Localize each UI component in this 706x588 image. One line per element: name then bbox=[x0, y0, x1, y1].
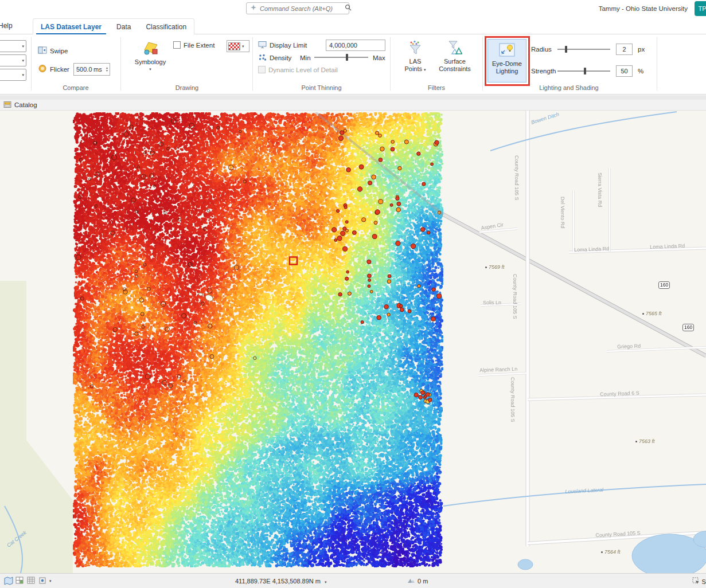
group-label-lighting: Lighting and Shading bbox=[483, 84, 655, 91]
arcgis-pro-window: Tammy - Ohio State University TP Help LA… bbox=[0, 0, 706, 588]
catalog-label: Catalog bbox=[14, 101, 37, 108]
group-separator bbox=[482, 37, 483, 91]
symbology-icon bbox=[142, 40, 159, 57]
slider-thumb[interactable] bbox=[346, 54, 348, 61]
slider-thumb[interactable] bbox=[565, 46, 567, 53]
tab-data[interactable]: Data bbox=[109, 19, 138, 34]
command-search[interactable] bbox=[246, 2, 349, 14]
map-label: Del Viento Rd bbox=[560, 197, 565, 228]
map-label: Loveland Lateral bbox=[565, 487, 603, 495]
density-max-label: Max bbox=[373, 54, 385, 61]
display-limit-input[interactable] bbox=[326, 40, 385, 51]
ribbon: ▾ ▾ ▾ Swipe Flicker ms ▲▼ Compare Symbol… bbox=[0, 34, 706, 95]
command-search-input[interactable] bbox=[260, 5, 342, 12]
group-label-point-thinning: Point Thinning bbox=[253, 84, 390, 91]
user-avatar[interactable]: TP bbox=[695, 1, 706, 16]
tab-classification[interactable]: Classification bbox=[138, 19, 194, 34]
flicker-interval-input[interactable] bbox=[76, 66, 93, 73]
map-label: Alpine Ranch Ln bbox=[479, 366, 517, 373]
density-min-label: Min bbox=[300, 54, 311, 61]
tab-las-dataset-layer[interactable]: LAS Dataset Layer bbox=[33, 19, 109, 34]
layer-combo-2[interactable]: ▾ bbox=[0, 54, 26, 66]
map-label: Bowen Ditch bbox=[531, 111, 560, 125]
selection-status[interactable]: Se bbox=[692, 577, 706, 586]
chevron-down-icon: ▾ bbox=[242, 44, 244, 49]
file-extent-label: File Extent bbox=[184, 42, 214, 49]
map-label: 70 bbox=[434, 210, 442, 218]
coordinates-text: 411,889.73E 4,153,508.89N m bbox=[235, 578, 321, 585]
search-icon bbox=[345, 4, 352, 13]
extent-color-dropdown[interactable]: ▾ bbox=[227, 40, 249, 52]
map-view[interactable]: Bowen DitchCounty Road 105 SAspen CirDel… bbox=[0, 111, 706, 573]
checkbox-icon[interactable] bbox=[173, 41, 181, 49]
dynamic-lod-label: Dynamic Level of Detail bbox=[268, 66, 338, 73]
layer-combo-3[interactable]: ▾ bbox=[0, 69, 26, 81]
signed-in-user[interactable]: Tammy - Ohio State University bbox=[599, 5, 688, 12]
group-separator bbox=[252, 37, 253, 91]
radius-unit: px bbox=[638, 46, 645, 53]
swipe-label: Swipe bbox=[50, 48, 68, 54]
las-points-button[interactable]: LAS Points ▾ bbox=[400, 37, 430, 82]
map-label: Loma Linda Rd bbox=[650, 243, 685, 250]
snapping-icon[interactable] bbox=[38, 577, 47, 586]
table-grid-icon[interactable] bbox=[27, 577, 36, 586]
map-label: 160 bbox=[658, 281, 670, 289]
density-slider[interactable] bbox=[314, 53, 368, 61]
map-label: Cat Creek bbox=[6, 530, 28, 548]
map-label: 160 bbox=[682, 324, 694, 331]
top-bar: Tammy - Ohio State University TP bbox=[0, 0, 706, 17]
catalog-tab[interactable]: Catalog bbox=[0, 100, 706, 111]
radius-slider[interactable] bbox=[557, 45, 610, 53]
slider-track bbox=[314, 57, 368, 58]
swipe-button[interactable]: Swipe bbox=[38, 46, 68, 56]
flicker-interval-spinner[interactable]: ms ▲▼ bbox=[73, 63, 110, 76]
map-labels: Bowen DitchCounty Road 105 SAspen CirDel… bbox=[0, 111, 706, 573]
group-separator bbox=[31, 37, 32, 91]
elevation-text: 0 m bbox=[418, 578, 428, 585]
contextual-tabs: LAS Dataset Layer Data Classification bbox=[33, 18, 194, 34]
sparkle-icon bbox=[250, 4, 257, 13]
flicker-interval-unit: ms bbox=[93, 66, 102, 73]
strength-slider[interactable] bbox=[557, 67, 610, 75]
density-label: Density bbox=[270, 54, 291, 61]
color-swatch bbox=[228, 42, 240, 50]
selection-icon bbox=[692, 577, 700, 586]
map-label: 7569 ft bbox=[485, 264, 505, 270]
dynamic-lod-checkbox: Dynamic Level of Detail bbox=[258, 66, 338, 73]
map-label: 7565 ft bbox=[642, 311, 662, 316]
strength-input[interactable] bbox=[616, 65, 633, 77]
map-label: County Road 105 S bbox=[510, 377, 516, 422]
radius-input[interactable] bbox=[616, 44, 633, 55]
chevron-down-icon: ▾ bbox=[424, 68, 426, 72]
ribbon-gap bbox=[0, 95, 706, 100]
density-row: Density bbox=[258, 53, 291, 62]
density-icon bbox=[258, 53, 267, 62]
menu-help[interactable]: Help bbox=[0, 22, 13, 30]
group-label-filters: Filters bbox=[391, 84, 482, 91]
spinner-down-icon[interactable]: ▼ bbox=[106, 69, 108, 72]
flicker-button[interactable]: Flicker bbox=[38, 64, 69, 74]
grid-plus-icon[interactable] bbox=[15, 577, 24, 586]
map-label: County Road 6 S bbox=[600, 390, 639, 397]
status-bar: ▾ 411,889.73E 4,153,508.89N m▾ 0 m Se bbox=[0, 573, 706, 588]
swipe-icon bbox=[38, 46, 47, 56]
surface-constraints-label: Surface Constraints bbox=[435, 58, 475, 73]
map-label: County Road 105 S bbox=[595, 530, 641, 538]
display-limit-row: Display Limit bbox=[258, 41, 307, 50]
coordinate-readout[interactable]: 411,889.73E 4,153,508.89N m▾ bbox=[235, 578, 327, 585]
map-label: County Road 105 S bbox=[514, 155, 520, 201]
radius-label: Radius bbox=[531, 46, 552, 53]
eye-dome-lighting-button[interactable]: Eye-Dome Lighting bbox=[487, 39, 526, 83]
chevron-down-icon[interactable]: ▾ bbox=[49, 579, 52, 583]
symbology-button[interactable]: Symbology ▾ bbox=[135, 37, 165, 83]
surface-constraints-button[interactable]: Surface Constraints bbox=[435, 37, 475, 82]
map-label: Griego Rd bbox=[617, 343, 641, 350]
map-label: Sierra Vista Rd bbox=[597, 173, 603, 207]
strength-unit: % bbox=[638, 68, 643, 75]
slider-thumb[interactable] bbox=[584, 68, 586, 75]
las-points-label: LAS Points bbox=[404, 58, 422, 72]
map-extent-icon[interactable] bbox=[4, 577, 13, 587]
chevron-down-icon: ▾ bbox=[325, 580, 327, 584]
layer-combo-1[interactable]: ▾ bbox=[0, 40, 26, 52]
file-extent-checkbox[interactable]: File Extent bbox=[173, 41, 214, 49]
